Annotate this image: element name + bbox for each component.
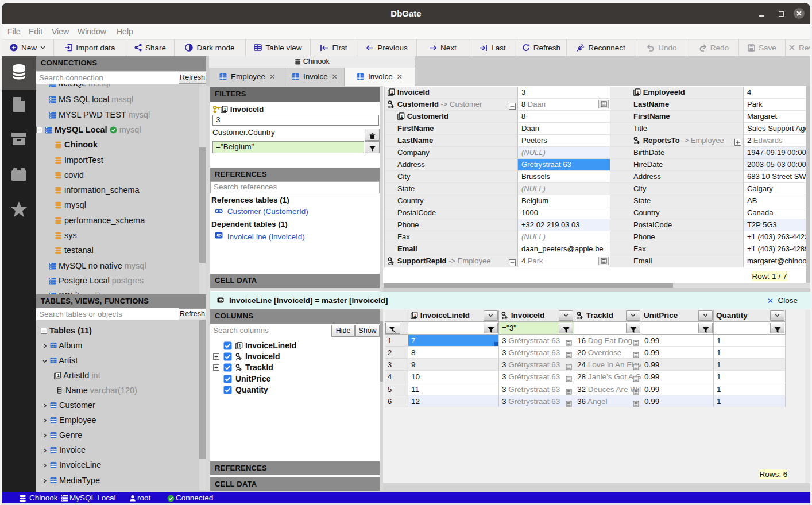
svg-text:1: 1 xyxy=(636,89,639,94)
svg-text:1: 1 xyxy=(400,113,403,118)
svg-text:1: 1 xyxy=(390,89,393,94)
svg-text:1: 1 xyxy=(57,373,59,378)
svg-text:1: 1 xyxy=(238,343,241,348)
svg-text:1: 1 xyxy=(223,107,226,112)
svg-text:1: 1 xyxy=(413,313,416,318)
